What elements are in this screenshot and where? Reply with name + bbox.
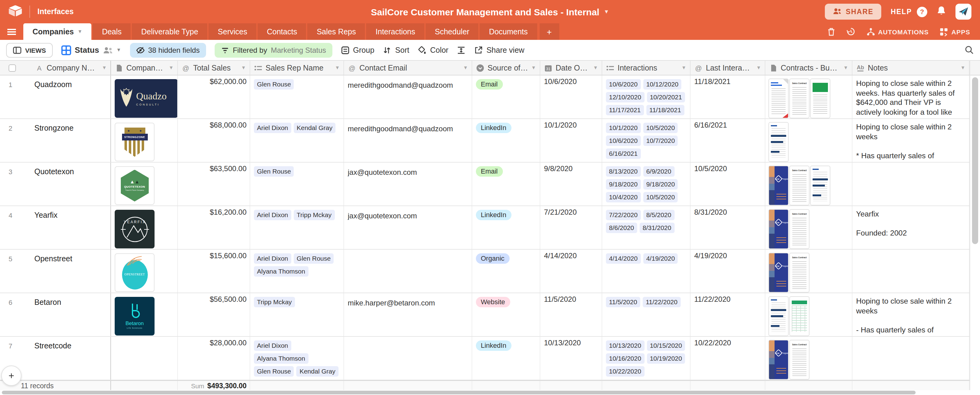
cell-date-opened[interactable]: 9/8/2020 [540,162,602,205]
column-menu-icon[interactable]: ▼ [531,65,536,70]
cell-last-interaction[interactable]: 11/22/2020 [690,293,765,336]
attachment-thumbnail[interactable] [769,297,788,336]
add-record-button[interactable]: + [1,366,21,386]
cell-contracts-budgets[interactable]: SCMProposalSales Contract [765,250,853,293]
color-button[interactable]: Color [418,46,449,54]
column-header-sales-rep-name[interactable]: Sales Rep Name▼ [250,61,344,75]
column-menu-icon[interactable]: ▼ [463,65,468,70]
attachment-thumbnail[interactable]: Sales Contract [790,79,809,118]
cell-last-interaction[interactable]: 6/16/2021 [690,119,765,162]
cell-notes[interactable] [853,250,970,293]
cell-company-name[interactable]: 5Openstreet [0,250,111,293]
apps-button[interactable]: APPS [940,27,970,36]
share-view-button[interactable]: Share view [474,46,524,54]
cell-notes[interactable] [853,162,970,205]
cell-company-name[interactable]: 4Yearfix [0,206,111,249]
column-menu-icon[interactable]: ▼ [681,65,686,70]
group-button[interactable]: Group [340,46,374,54]
cell-company-name[interactable]: 3Quotetexon [0,162,111,205]
cell-sales-rep-name[interactable]: Glen Rouse [250,75,344,118]
cell-total-sales[interactable]: $15,600.00 [178,250,250,293]
cell-contact-email[interactable]: jax@quotetexon.com [344,206,472,249]
cell-contact-email[interactable]: meredithgoodmand@quadzoom [344,75,472,118]
column-menu-icon[interactable]: ▼ [241,65,246,70]
cell-last-interaction[interactable]: 8/31/2020 [690,206,765,249]
column-menu-icon[interactable]: ▼ [102,65,107,70]
cell-source-of-lead[interactable]: Email [472,75,540,118]
cell-last-interaction[interactable]: 10/22/2020 [690,337,765,380]
history-button[interactable] [846,27,855,36]
column-header-notes[interactable]: AbNotes▼ [853,61,970,75]
cell-total-sales[interactable]: $56,500.00 [178,293,250,336]
cell-contracts-budgets[interactable]: Sales Contract [765,75,853,118]
airtable-logo-icon[interactable] [9,5,22,19]
cell-total-sales[interactable]: $63,500.00 [178,162,250,205]
cell-notes[interactable] [853,337,970,380]
select-all-checkbox[interactable] [9,64,16,72]
attachment-thumbnail[interactable]: Sales Contract [790,166,809,205]
cell-contact-email[interactable] [344,250,472,293]
cell-date-opened[interactable]: 11/5/2020 [540,293,602,336]
interfaces-nav[interactable]: Interfaces [37,7,73,16]
filter-button[interactable]: Filtered by Marketing Status [214,43,332,57]
column-menu-icon[interactable]: ▼ [960,65,965,70]
cell-contracts-budgets[interactable]: SCMProposalSales Contract [765,206,853,249]
cell-company-logo[interactable]: ★★STRONGZONE [111,119,178,162]
search-icon[interactable] [965,45,974,54]
sort-button[interactable]: Sort [383,46,409,54]
column-menu-icon[interactable]: ▼ [843,65,848,70]
cell-contracts-budgets[interactable] [765,119,853,162]
cell-interactions[interactable]: 10/6/202010/12/202012/10/202010/20/20211… [602,75,690,118]
app-avatar[interactable] [956,4,971,20]
cell-contact-email[interactable]: jax@quotetexon.com [344,162,472,205]
cell-contact-email[interactable]: meredithgoodmand@quadzoom [344,119,472,162]
cell-source-of-lead[interactable]: Organic [472,250,540,293]
cell-company-logo[interactable]: QuadzoCONSULTI [111,75,178,118]
cell-date-opened[interactable]: 10/1/2020 [540,119,602,162]
column-menu-icon[interactable]: ▼ [335,65,340,70]
add-table-button[interactable]: + [539,23,559,40]
sum-cell[interactable]: Sum $493,300.00 [178,381,250,391]
cell-interactions[interactable]: 8/13/20206/9/20209/18/20209/18/202010/4/… [602,162,690,205]
column-header-interactions[interactable]: Interactions▼ [602,61,690,75]
cell-contact-email[interactable] [344,337,472,380]
cell-company-logo[interactable]: OPENSTREET [111,250,178,293]
vertical-scrollbar[interactable] [970,60,980,390]
bell-icon[interactable] [937,5,946,18]
views-button[interactable]: VIEWS [6,43,53,57]
help-menu[interactable]: HELP ? [891,6,927,17]
cell-sales-rep-name[interactable]: Ariel DixonAlyana ThomsonGlen RouseKenda… [250,337,344,380]
cell-company-name[interactable]: 1Quadzoom [0,75,111,118]
column-menu-icon[interactable]: ▼ [169,65,173,70]
cell-date-opened[interactable]: 10/13/2020 [540,337,602,380]
hamburger-menu-icon[interactable] [0,23,23,40]
horizontal-scrollbar-thumb[interactable] [2,391,916,394]
cell-total-sales[interactable]: $62,000.00 [178,75,250,118]
cell-source-of-lead[interactable]: Email [472,162,540,205]
cell-contracts-budgets[interactable]: SCMProposalSales Contract [765,337,853,380]
cell-notes[interactable]: Hoping to close sale within 2 weeks. Has… [853,75,970,118]
cell-interactions[interactable]: 4/14/20204/19/2020 [602,250,690,293]
cell-company-logo[interactable]: ▲▲QUOTETEXONTravel & Tours Company [111,162,178,205]
attachment-thumbnail[interactable] [790,297,809,336]
cell-notes[interactable]: Hoping to close sale within 2 weeks - Ha… [853,293,970,336]
attachment-thumbnail[interactable]: SCMProposal [769,341,788,379]
column-header-contracts-budgets[interactable]: Contracts - Budgets ...▼ [765,61,853,75]
cell-sales-rep-name[interactable]: Ariel DixonGlen RouseAlyana Thomson [250,250,344,293]
cell-sales-rep-name[interactable]: Ariel DixonKendal Gray [250,119,344,162]
column-header-total-sales[interactable]: @Total Sales▼ [178,61,250,75]
vertical-scrollbar-thumb[interactable] [972,77,978,244]
attachment-thumbnail[interactable] [769,123,788,161]
cell-notes[interactable]: Hoping to close sale within 2 weeks * Ha… [853,119,970,162]
cell-source-of-lead[interactable]: LinkedIn [472,119,540,162]
column-header-contact-email[interactable]: @Contact Email▼ [344,61,472,75]
attachment-thumbnail[interactable]: Sales Contract [790,341,809,379]
column-header-company-name[interactable]: ACompany Name▼ [0,61,111,75]
attachment-thumbnail[interactable]: SCMProposal [769,166,788,205]
cell-notes[interactable]: Yearfix Founded: 2002 [853,206,970,249]
column-header-last-interaction[interactable]: @Last Interaction▼ [690,61,765,75]
cell-last-interaction[interactable]: 4/19/2020 [690,250,765,293]
cell-sales-rep-name[interactable]: Glen Rouse [250,162,344,205]
cell-interactions[interactable]: 10/1/202010/5/202010/6/202010/7/20206/16… [602,119,690,162]
tab-interactions[interactable]: Interactions [366,23,425,40]
